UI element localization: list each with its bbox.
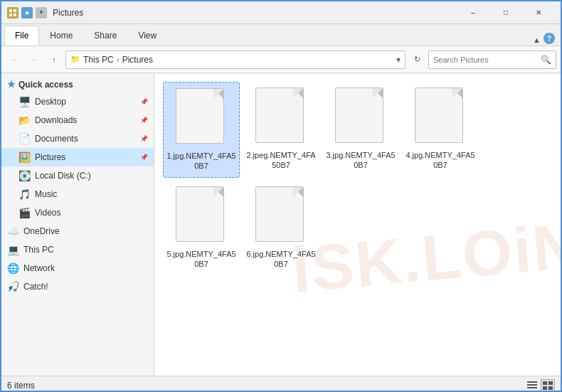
file-item[interactable]: 4.jpg.NEMTY_4FA50B7 bbox=[402, 82, 479, 178]
app-icon bbox=[7, 7, 18, 18]
downloads-folder-icon: 📂 bbox=[18, 115, 31, 126]
up-button[interactable]: ↑ bbox=[46, 51, 63, 68]
file-item[interactable]: 3.jpg.NEMTY_4FA50B7 bbox=[322, 82, 399, 178]
sidebar-item-music[interactable]: 🎵 Music bbox=[1, 185, 154, 203]
svg-rect-0 bbox=[9, 9, 12, 12]
help-button[interactable]: ? bbox=[544, 33, 555, 44]
title-bar-icons: ★ ▼ bbox=[7, 7, 47, 18]
sidebar-item-videos[interactable]: 🎬 Videos bbox=[1, 203, 154, 222]
this-pc-icon: 💻 bbox=[7, 244, 19, 255]
breadcrumb-icon: 📁 bbox=[70, 55, 80, 64]
expand-ribbon-icon[interactable]: ▲ bbox=[533, 36, 541, 44]
file-name-5: 5.jpg.NEMTY_4FA50B7 bbox=[166, 249, 237, 270]
tab-view[interactable]: View bbox=[127, 26, 167, 46]
quick-access-icon: ★ bbox=[21, 7, 33, 18]
sidebar: ★ Quick access 🖥️ Desktop 📌 📂 Downloads … bbox=[1, 73, 154, 376]
search-icon: 🔍 bbox=[541, 55, 551, 65]
address-path[interactable]: 📁 This PC › Pictures ▾ bbox=[65, 51, 405, 69]
quick-access-star-icon: ★ bbox=[7, 79, 16, 90]
local-disk-icon: 💽 bbox=[18, 170, 31, 181]
file-item[interactable]: 5.jpg.NEMTY_4FA50B7 bbox=[163, 181, 240, 275]
sidebar-item-desktop[interactable]: 🖥️ Desktop 📌 bbox=[1, 92, 154, 111]
pictures-folder-icon: 🖼️ bbox=[18, 152, 31, 163]
title-bar: ★ ▼ Pictures – □ ✕ bbox=[1, 1, 561, 24]
file-name-6: 6.jpg.NEMTY_4FA50B7 bbox=[245, 249, 317, 270]
svg-rect-5 bbox=[527, 384, 537, 386]
search-box[interactable]: 🔍 bbox=[428, 51, 556, 69]
path-this-pc[interactable]: This PC bbox=[83, 55, 114, 65]
sidebar-item-label-catch: Catch! bbox=[23, 282, 48, 292]
quick-access-label: Quick access bbox=[18, 80, 73, 90]
svg-rect-4 bbox=[527, 381, 537, 383]
sidebar-item-downloads[interactable]: 📂 Downloads 📌 bbox=[1, 111, 154, 129]
pin-icon-downloads: 📌 bbox=[140, 117, 148, 124]
view-icons bbox=[525, 379, 555, 392]
tab-file[interactable]: File bbox=[4, 26, 39, 46]
files-grid: 1.jpg.NEMTY_4FA50B7 2.jpeg.NEMTY_4FA50B7 bbox=[160, 79, 555, 277]
music-folder-icon: 🎵 bbox=[18, 189, 31, 200]
window-controls: – □ ✕ bbox=[457, 1, 555, 24]
sidebar-item-onedrive[interactable]: ☁️ OneDrive bbox=[1, 222, 154, 240]
refresh-button[interactable]: ↻ bbox=[408, 51, 425, 68]
svg-rect-7 bbox=[543, 381, 547, 385]
large-icons-view-button[interactable] bbox=[541, 379, 555, 392]
sidebar-item-label-desktop: Desktop bbox=[35, 97, 66, 107]
sidebar-item-label-this-pc: This PC bbox=[23, 245, 54, 255]
sidebar-item-label-music: Music bbox=[35, 189, 57, 199]
close-button[interactable]: ✕ bbox=[522, 1, 555, 24]
item-count: 6 items bbox=[7, 381, 35, 391]
sidebar-item-label-documents: Documents bbox=[35, 134, 78, 144]
svg-rect-2 bbox=[9, 14, 12, 16]
sidebar-item-local-disk[interactable]: 💽 Local Disk (C:) bbox=[1, 166, 154, 185]
content-wrapper: iSK.LOiN 1.jpg.NEMTY_4FA50B7 bbox=[154, 73, 561, 376]
sidebar-item-label-pictures: Pictures bbox=[35, 152, 65, 162]
back-button[interactable]: ← bbox=[6, 51, 23, 68]
svg-rect-1 bbox=[14, 9, 16, 12]
sidebar-item-label-local-disk: Local Disk (C:) bbox=[35, 171, 91, 181]
main-layout: ★ Quick access 🖥️ Desktop 📌 📂 Downloads … bbox=[1, 73, 561, 376]
nav-icon: ▼ bbox=[36, 7, 47, 18]
quick-access-header[interactable]: ★ Quick access bbox=[1, 76, 154, 92]
details-view-button[interactable] bbox=[525, 379, 539, 392]
pin-icon-documents: 📌 bbox=[140, 135, 148, 142]
sidebar-item-pictures[interactable]: 🖼️ Pictures 📌 bbox=[1, 148, 154, 166]
sidebar-item-label-onedrive: OneDrive bbox=[23, 226, 60, 236]
svg-rect-6 bbox=[527, 387, 537, 388]
sidebar-item-label-videos: Videos bbox=[35, 208, 60, 218]
file-item[interactable]: 6.jpg.NEMTY_4FA50B7 bbox=[243, 181, 319, 275]
pin-icon-pictures: 📌 bbox=[140, 154, 148, 161]
sidebar-item-this-pc[interactable]: 💻 This PC bbox=[1, 240, 154, 259]
tab-share[interactable]: Share bbox=[83, 26, 127, 46]
onedrive-icon: ☁️ bbox=[7, 226, 19, 237]
file-item[interactable]: 2.jpeg.NEMTY_4FA50B7 bbox=[243, 82, 319, 178]
file-icon-2 bbox=[255, 88, 307, 146]
file-item[interactable]: 1.jpg.NEMTY_4FA50B7 bbox=[163, 82, 240, 178]
documents-folder-icon: 📄 bbox=[18, 133, 31, 144]
sidebar-item-catch[interactable]: 🎣 Catch! bbox=[1, 277, 154, 296]
path-pictures[interactable]: Pictures bbox=[122, 55, 153, 65]
network-icon: 🌐 bbox=[7, 263, 19, 274]
search-input[interactable] bbox=[433, 55, 538, 64]
maximize-button[interactable]: □ bbox=[489, 1, 522, 24]
pin-icon-desktop: 📌 bbox=[140, 98, 148, 105]
file-name-4: 4.jpg.NEMTY_4FA50B7 bbox=[405, 150, 476, 171]
catch-icon: 🎣 bbox=[7, 281, 19, 292]
file-name-1: 1.jpg.NEMTY_4FA50B7 bbox=[166, 151, 236, 171]
content-area: 1.jpg.NEMTY_4FA50B7 2.jpeg.NEMTY_4FA50B7 bbox=[154, 73, 561, 283]
file-icon-5 bbox=[176, 186, 227, 245]
file-name-3: 3.jpg.NEMTY_4FA50B7 bbox=[325, 150, 396, 171]
address-bar: ← → ↑ 📁 This PC › Pictures ▾ ↻ 🔍 bbox=[1, 46, 561, 73]
forward-button[interactable]: → bbox=[26, 51, 43, 68]
desktop-folder-icon: 🖥️ bbox=[18, 96, 31, 107]
tab-home[interactable]: Home bbox=[39, 26, 83, 46]
svg-rect-8 bbox=[548, 381, 553, 385]
file-icon-1 bbox=[176, 88, 227, 147]
sidebar-item-label-network: Network bbox=[23, 263, 55, 273]
minimize-button[interactable]: – bbox=[457, 1, 489, 24]
window-title: Pictures bbox=[53, 8, 457, 18]
sidebar-item-network[interactable]: 🌐 Network bbox=[1, 259, 154, 277]
file-icon-4 bbox=[415, 88, 466, 146]
sidebar-item-label-downloads: Downloads bbox=[35, 115, 77, 125]
sidebar-item-documents[interactable]: 📄 Documents 📌 bbox=[1, 129, 154, 148]
ribbon: File Home Share View ▲ ? bbox=[1, 24, 561, 46]
